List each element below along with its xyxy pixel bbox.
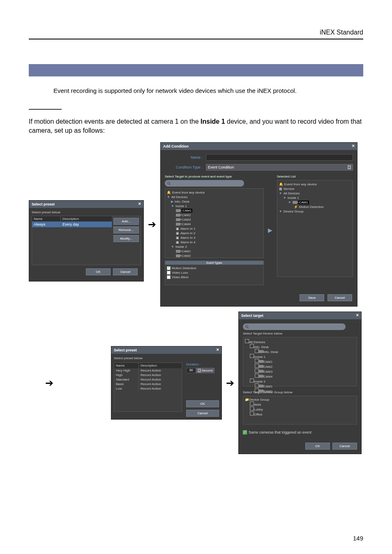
row-name: Very High xyxy=(114,368,139,373)
list-item[interactable]: BasicRecord Action xyxy=(114,382,182,386)
tree-item: CAM1 xyxy=(182,249,191,253)
addcond-title-text: Add Condition xyxy=(163,144,189,148)
remove-button[interactable]: Remove... xyxy=(113,226,139,233)
preset1-title-text: Select preset xyxy=(32,202,55,206)
checkbox[interactable] xyxy=(167,275,171,279)
alarm-icon: ▣ xyxy=(176,240,179,244)
row-desc: Record Action xyxy=(139,382,163,386)
tree-item-selected: CAM1 xyxy=(182,209,192,212)
section-bar xyxy=(29,64,363,76)
tree-item: Service xyxy=(284,187,295,191)
checkbox[interactable] xyxy=(250,402,254,406)
tree-item: Inside 2 xyxy=(175,245,187,249)
checkbox[interactable] xyxy=(255,374,259,378)
tree-item: CAM3 xyxy=(263,370,272,374)
duration-value[interactable]: 30 xyxy=(186,368,196,373)
addcond-event-types: Event Types Motion Detection Video Loss … xyxy=(165,261,264,285)
preset1-row[interactable]: Always Every day xyxy=(32,222,112,227)
preset1-row-name: Always xyxy=(32,222,61,227)
add-button[interactable]: Add... xyxy=(113,218,139,225)
addcond-right-tree[interactable]: 🔔Event from any device ▦Service ▼All Dev… xyxy=(277,180,353,277)
header-rule xyxy=(29,39,363,39)
duration-label: Duration : xyxy=(186,362,219,366)
example-rule xyxy=(29,109,62,110)
save-button[interactable]: Save xyxy=(300,294,324,301)
camera-icon xyxy=(293,201,297,204)
checkbox[interactable] xyxy=(167,266,171,270)
tree-item: Event from any device xyxy=(284,182,317,186)
expand-icon: ▼ xyxy=(171,204,174,208)
addcond-right-head: Selected List xyxy=(277,175,353,178)
duration-unit-select[interactable]: v Second xyxy=(196,368,214,373)
close-icon[interactable]: ✕ xyxy=(138,202,141,206)
checkbox[interactable] xyxy=(250,379,254,383)
cancel-button[interactable]: Cancel xyxy=(113,268,138,275)
row-name: High xyxy=(114,373,139,377)
seltarget-tree[interactable]: All Devices Info. Desk Info. Desk Inside… xyxy=(243,337,357,386)
cancel-button[interactable]: Cancel xyxy=(327,294,352,301)
list-item[interactable]: StandardRecord Action xyxy=(114,377,182,382)
same-cameras-label: Same cameras that triggered an event xyxy=(249,430,311,434)
preset2-list[interactable]: Name Description Very HighRecord Action … xyxy=(114,362,182,412)
arrow-icon: ➔ xyxy=(144,219,160,230)
event-vloss: Video Loss xyxy=(172,271,188,275)
select-preset-action-dialog: Select preset ✕ Select preset below Name… xyxy=(111,346,222,420)
tree-item: Inside 1 xyxy=(175,204,187,208)
cancel-button[interactable]: Cancel xyxy=(186,410,219,417)
select-target-dialog: Select target ✕ Select Target Device bel… xyxy=(238,312,362,454)
events-head: Event Types xyxy=(165,261,263,265)
checkbox[interactable] xyxy=(250,411,254,416)
chevron-down-icon: v xyxy=(348,165,351,169)
checkbox[interactable] xyxy=(250,344,254,348)
tree-item: Motion Detection xyxy=(299,205,324,209)
addcond-type-select[interactable]: Event Condition v xyxy=(206,164,353,171)
tree-item: CAM2 xyxy=(263,365,272,369)
list-item[interactable]: LowRecord Action xyxy=(114,386,182,391)
ok-button[interactable]: OK xyxy=(86,268,111,275)
addcond-name-input[interactable] xyxy=(206,154,353,161)
list-item[interactable]: HighRecord Action xyxy=(114,373,182,377)
tree-item: Inside 1 xyxy=(288,196,299,200)
ok-button[interactable]: OK xyxy=(305,443,330,450)
expand-icon: ▼ xyxy=(279,192,282,195)
move-right-button[interactable]: ▶ xyxy=(267,175,274,285)
camera-icon xyxy=(259,375,263,378)
tree-item: Event from any device xyxy=(172,191,205,194)
preset2-title: Select preset ✕ xyxy=(111,346,221,354)
same-cameras-checkbox[interactable] xyxy=(243,430,247,434)
cancel-button[interactable]: Cancel xyxy=(332,443,357,450)
intro-pre: If motion detection events are detected … xyxy=(29,118,201,125)
checkbox[interactable] xyxy=(255,349,259,353)
event-motion: Motion Detection xyxy=(172,266,196,270)
row-desc: Record Action xyxy=(139,373,163,377)
checkbox[interactable] xyxy=(255,383,259,388)
tree-item: Info. Desk xyxy=(254,345,269,349)
camera-icon xyxy=(259,390,263,392)
tree-item: CAM1 xyxy=(263,360,272,364)
camera-icon xyxy=(176,218,180,221)
expand-icon: ▼ xyxy=(171,245,174,249)
search-input[interactable] xyxy=(243,323,346,330)
tree-item: Aisle xyxy=(254,403,261,406)
list-item[interactable]: Very HighRecord Action xyxy=(114,368,182,373)
search-icon xyxy=(245,325,249,329)
addcond-left-tree[interactable]: 🔔Event from any device ▼All Devices ▶Inf… xyxy=(165,188,264,258)
checkbox[interactable] xyxy=(250,354,254,358)
checkbox[interactable] xyxy=(167,271,171,275)
tree-item: CAM2 xyxy=(182,254,191,258)
checkbox[interactable] xyxy=(250,406,254,411)
checkbox[interactable] xyxy=(245,339,249,343)
ok-button[interactable]: OK xyxy=(186,400,219,407)
checkbox[interactable] xyxy=(255,364,259,368)
tree-item: Alarm In 1 xyxy=(180,227,195,231)
checkbox[interactable] xyxy=(255,359,259,363)
preset1-title: Select preset ✕ xyxy=(29,201,143,208)
search-input[interactable] xyxy=(165,180,244,187)
close-icon[interactable]: ✕ xyxy=(356,313,359,317)
search-icon xyxy=(167,182,171,185)
close-icon[interactable]: ✕ xyxy=(352,144,355,148)
modify-button[interactable]: Modify... xyxy=(113,235,139,242)
seltarget-group[interactable]: 📁Device Group Aisle Lobby Office xyxy=(243,396,357,425)
close-icon[interactable]: ✕ xyxy=(216,348,219,352)
checkbox[interactable] xyxy=(255,369,259,373)
